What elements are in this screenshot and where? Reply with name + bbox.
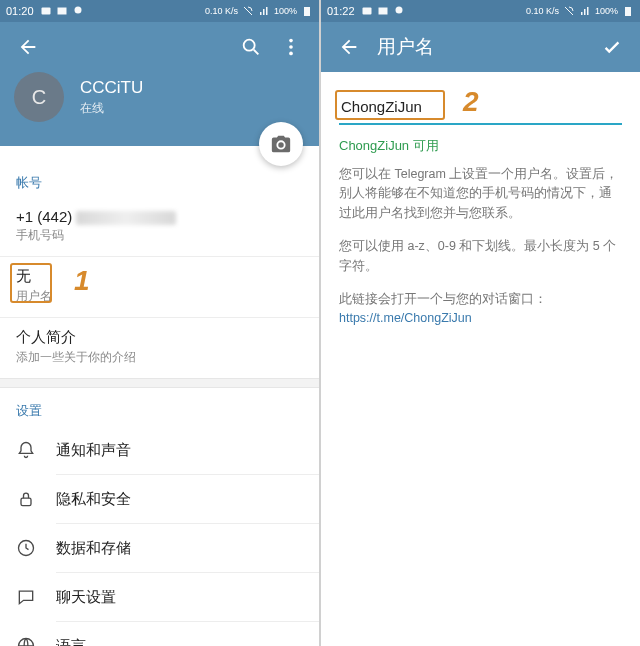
label-language: 语言 — [56, 637, 86, 646]
svg-rect-7 — [21, 498, 31, 506]
username-header: 用户名 — [321, 22, 640, 72]
chat-icon — [393, 5, 405, 17]
status-right-icons-r: 0.10 K/s 100% — [526, 5, 634, 17]
phone-right: 01:22 0.10 K/s 100% 用户名 2 — [321, 0, 640, 646]
status-left-icons-r — [361, 5, 405, 17]
camera-icon — [270, 133, 292, 155]
search-button[interactable] — [231, 27, 271, 67]
arrow-left-icon — [338, 36, 360, 58]
username-desc-2: 您可以使用 a-z、0-9 和下划线。最小长度为 5 个字符。 — [339, 237, 622, 276]
profile-body: 帐号 +1 (442) 手机号码 无 用户名 1 个人简介 添加一些关于你的介绍… — [0, 146, 319, 646]
phone-prefix: +1 (442) — [16, 208, 72, 225]
label-chat: 聊天设置 — [56, 588, 116, 607]
row-username[interactable]: 无 用户名 1 — [0, 257, 319, 317]
globe-icon — [16, 636, 36, 646]
mail-icon — [56, 5, 68, 17]
status-net-r: 0.10 K/s — [526, 7, 559, 16]
signal-icon — [258, 5, 270, 17]
row-notifications[interactable]: 通知和声音 — [0, 426, 319, 474]
back-button[interactable] — [8, 27, 48, 67]
more-vert-icon — [280, 36, 302, 58]
svg-rect-0 — [41, 8, 50, 15]
svg-point-6 — [289, 52, 293, 56]
image-icon — [40, 5, 52, 17]
arrow-left-icon — [17, 36, 39, 58]
row-language[interactable]: 语言 — [0, 622, 319, 646]
bio-sub: 添加一些关于你的介绍 — [16, 349, 303, 366]
profile-status: 在线 — [80, 100, 143, 117]
section-account-title: 帐号 — [0, 160, 319, 198]
status-time: 01:20 — [6, 5, 34, 17]
status-time-r: 01:22 — [327, 5, 355, 17]
status-bar: 01:20 0.10 K/s 100% — [0, 0, 319, 22]
data-icon — [16, 538, 36, 558]
bio-title: 个人简介 — [16, 328, 303, 347]
status-left-icons — [40, 5, 84, 17]
status-right-icons: 0.10 K/s 100% — [205, 5, 313, 17]
more-button[interactable] — [271, 27, 311, 67]
status-net: 0.10 K/s — [205, 7, 238, 16]
username-value: 无 — [16, 267, 303, 286]
avatar[interactable]: C — [14, 72, 64, 122]
row-chat[interactable]: 聊天设置 — [0, 573, 319, 621]
username-link-pre: 此链接会打开一个与您的对话窗口： — [339, 292, 547, 306]
bell-icon — [16, 440, 36, 460]
svg-point-1 — [74, 7, 81, 14]
image-icon — [361, 5, 373, 17]
username-link-wrap: 此链接会打开一个与您的对话窗口： https://t.me/ChongZiJun — [339, 290, 622, 329]
label-notifications: 通知和声音 — [56, 441, 131, 460]
status-battery-r: 100% — [595, 7, 618, 16]
svg-point-9 — [19, 639, 34, 646]
mail-icon — [377, 5, 389, 17]
confirm-button[interactable] — [592, 27, 632, 67]
username-input[interactable] — [339, 88, 622, 125]
profile-header: C CCCiTU 在线 — [0, 22, 319, 146]
back-button-r[interactable] — [329, 27, 369, 67]
status-battery: 100% — [274, 7, 297, 16]
username-desc-1: 您可以在 Telegram 上设置一个用户名。设置后，别人将能够在不知道您的手机… — [339, 165, 622, 223]
status-bar-r: 01:22 0.10 K/s 100% — [321, 0, 640, 22]
row-privacy[interactable]: 隐私和安全 — [0, 475, 319, 523]
row-data[interactable]: 数据和存储 — [0, 524, 319, 572]
username-link[interactable]: https://t.me/ChongZiJun — [339, 311, 472, 325]
phone-masked — [76, 211, 176, 225]
phone-sub: 手机号码 — [16, 227, 303, 244]
battery-icon — [622, 5, 634, 17]
check-icon — [601, 36, 623, 58]
username-sub: 用户名 — [16, 288, 303, 305]
username-available: ChongZiJun 可用 — [339, 137, 622, 155]
camera-fab[interactable] — [259, 122, 303, 166]
svg-point-4 — [289, 39, 293, 43]
section-settings-title: 设置 — [0, 388, 319, 426]
search-icon — [240, 36, 262, 58]
mute-icon — [563, 5, 575, 17]
svg-point-5 — [289, 45, 293, 49]
profile-name: CCCiTU — [80, 78, 143, 98]
chat-icon — [72, 5, 84, 17]
svg-point-3 — [244, 40, 255, 51]
label-privacy: 隐私和安全 — [56, 490, 131, 509]
svg-rect-11 — [362, 8, 371, 15]
svg-point-12 — [395, 7, 402, 14]
svg-rect-2 — [304, 7, 310, 16]
label-data: 数据和存储 — [56, 539, 131, 558]
battery-icon — [301, 5, 313, 17]
signal-icon — [579, 5, 591, 17]
lock-icon — [16, 489, 36, 509]
phone-left: 01:20 0.10 K/s 100% C — [0, 0, 319, 646]
chat-settings-icon — [16, 587, 36, 607]
svg-rect-13 — [625, 7, 631, 16]
username-body: 2 ChongZiJun 可用 您可以在 Telegram 上设置一个用户名。设… — [321, 72, 640, 343]
header-title-r: 用户名 — [377, 34, 592, 60]
row-bio[interactable]: 个人简介 添加一些关于你的介绍 — [0, 318, 319, 378]
mute-icon — [242, 5, 254, 17]
row-phone[interactable]: +1 (442) 手机号码 — [0, 198, 319, 256]
